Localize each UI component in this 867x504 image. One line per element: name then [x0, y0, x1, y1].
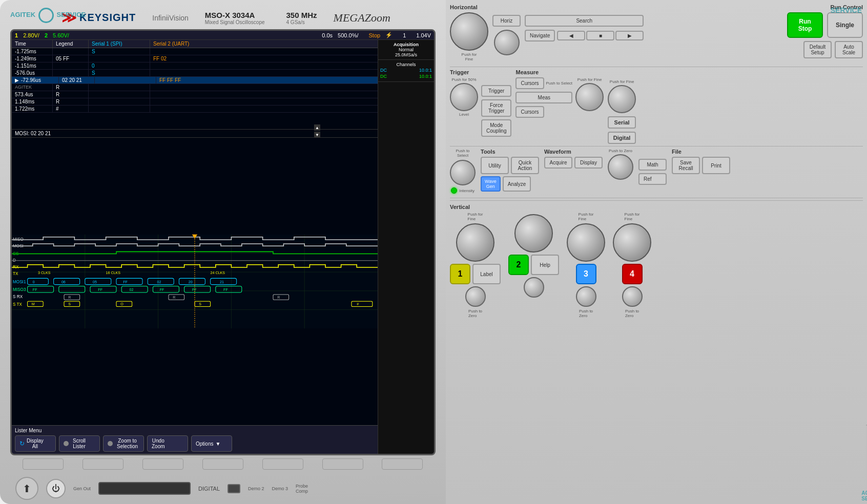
softkey-3[interactable] — [142, 458, 183, 470]
label-button[interactable]: Label — [472, 264, 501, 284]
svg-text:#: # — [357, 302, 359, 306]
trigger-level-knob[interactable] — [450, 83, 478, 111]
ref-button[interactable]: Ref — [638, 173, 667, 185]
stop-btn[interactable]: ■ — [586, 31, 614, 40]
horizontal-scale-knob[interactable] — [494, 30, 520, 55]
display-button[interactable]: Display — [574, 157, 603, 169]
softkey-6[interactable] — [322, 458, 363, 470]
zoom-to-selection-btn[interactable]: Zoom to Selection — [103, 435, 144, 452]
push-50-label: Push for 50% — [451, 77, 476, 82]
ch4-position-knob[interactable] — [622, 286, 643, 307]
time-ref: 0.0s — [322, 32, 333, 38]
lister-row[interactable]: -1.725ms S — [12, 48, 378, 55]
serial-knob[interactable] — [608, 85, 636, 113]
lister-row-selected[interactable]: ▶ -72.96us 02 20 21 FF FF FF — [12, 77, 378, 84]
softkey-2[interactable] — [82, 458, 123, 470]
default-setup-button[interactable]: Default Setup — [803, 41, 832, 58]
help-button[interactable]: Help — [531, 255, 559, 275]
power-button[interactable]: ⏻ — [46, 479, 66, 498]
ch-right-label: 1 — [403, 32, 406, 38]
serial-button[interactable]: Serial — [608, 116, 636, 129]
softkey-5[interactable] — [262, 458, 303, 470]
time-div: 500.0%/ — [338, 32, 358, 38]
ch1-ratio: 10.0:1 — [419, 68, 432, 73]
svg-text:R: R — [68, 296, 71, 300]
trigger-button[interactable]: Trigger — [481, 85, 511, 97]
cursors-button[interactable]: Cursors — [515, 77, 544, 89]
horiz-button[interactable]: Horiz — [492, 15, 521, 27]
ch2-position-knob[interactable] — [524, 277, 544, 298]
single-button[interactable]: Single — [827, 12, 863, 38]
math-button[interactable]: Math — [638, 159, 667, 171]
push-zero-1-label: Push toZero — [468, 309, 482, 318]
softkey-7[interactable] — [382, 458, 423, 470]
ch3-scale-knob[interactable] — [567, 223, 605, 262]
lister-row[interactable]: 573.4us R — [12, 91, 378, 98]
digital-button[interactable]: Digital — [608, 132, 636, 144]
cursors2-button[interactable]: Cursors — [515, 106, 544, 118]
vertical-section: Vertical Push forFine 1 Label Push toZer… — [450, 200, 863, 318]
ch1-button[interactable]: 1 — [450, 264, 470, 284]
meas-button[interactable]: Meas — [515, 92, 572, 103]
acquisition-title: Acquisition — [380, 42, 432, 47]
digital-label: DIGITAL — [198, 486, 220, 492]
trigger-status: Stop — [368, 32, 380, 38]
lister-area: Time Legend Serial 1 (SPI) Serial 2 (UAR… — [12, 40, 378, 130]
acquire-button[interactable]: Acquire — [544, 157, 572, 169]
lister-row[interactable]: -1.151ms 0 — [12, 62, 378, 70]
intensity-knob[interactable] — [450, 160, 476, 185]
softkey-4[interactable] — [202, 458, 243, 470]
lister-row[interactable]: -1.249ms 05 FF FF 02 — [12, 55, 378, 62]
ch1-coupling: DC — [380, 68, 387, 73]
search-button[interactable]: Search — [525, 15, 644, 27]
push-fine-s-label: Push for Fine — [610, 79, 634, 84]
analyze-button[interactable]: Analyze — [503, 176, 531, 192]
utility-button[interactable]: Utility — [481, 157, 509, 174]
lister-row[interactable]: 1.722ms # — [12, 106, 378, 113]
lister-scroll[interactable]: ▲ ▼ — [314, 124, 320, 138]
quick-action-button[interactable]: Quick Action — [511, 157, 539, 174]
prev-btn[interactable]: ◀ — [557, 31, 585, 40]
run-stop-button[interactable]: Run Stop — [787, 12, 823, 38]
auto-scale-button[interactable]: Auto Scale — [835, 41, 863, 58]
display-all-btn[interactable]: ↻ Display All — [15, 435, 56, 452]
ch2-button[interactable]: 2 — [508, 255, 529, 275]
options-btn[interactable]: Options ▼ — [191, 435, 232, 452]
divider-1 — [450, 67, 863, 67]
ch4-button[interactable]: 4 — [622, 264, 643, 284]
svg-text:O: O — [120, 302, 123, 306]
force-trigger-button[interactable]: Force Trigger — [481, 99, 511, 117]
softkey-1[interactable] — [23, 458, 64, 470]
divider-3 — [450, 198, 863, 198]
mode-coupling-button[interactable]: Mode Coupling — [481, 119, 511, 137]
back-button[interactable]: ⬆ — [15, 477, 38, 500]
ch2-scale-knob[interactable] — [514, 214, 553, 253]
scroll-lister-btn[interactable]: Scroll Lister — [59, 435, 100, 452]
print-button[interactable]: Print — [702, 157, 730, 174]
service-watermark: SERVICE — [831, 6, 862, 14]
ch4-scale-knob[interactable] — [613, 223, 651, 262]
horizontal-position-knob[interactable] — [450, 12, 488, 51]
lister-row[interactable]: AGITEK R — [12, 84, 378, 91]
navigate-button[interactable]: Navigate — [525, 30, 555, 41]
lister-row[interactable]: 1.148ms R — [12, 98, 378, 106]
play-btn[interactable]: ▶ — [615, 31, 644, 40]
svg-text:TX: TX — [13, 271, 18, 276]
ch1-scale-knob[interactable] — [456, 223, 494, 262]
softkeys-row — [5, 455, 441, 473]
save-recall-button[interactable]: Save Recall — [672, 157, 700, 174]
cursors-knob[interactable] — [575, 83, 604, 111]
waveform-knob[interactable] — [608, 154, 633, 180]
scroll-up-btn[interactable]: ▲ — [314, 124, 320, 131]
acquisition-mode: Normal — [380, 47, 432, 52]
digital-connector — [98, 482, 191, 495]
ch1-position-knob[interactable] — [465, 286, 486, 307]
wave-gen-button[interactable]: Wave Gen — [481, 176, 501, 192]
lister-row[interactable]: -576.0us S — [12, 70, 378, 77]
scroll-down-btn[interactable]: ▼ — [314, 132, 320, 138]
agitek-bnc-watermark: AGITEK SERVICE — [861, 490, 867, 501]
circle-icon — [64, 441, 69, 446]
ch3-position-knob[interactable] — [576, 286, 596, 307]
undo-zoom-btn[interactable]: Undo Zoom — [147, 435, 188, 452]
ch3-button[interactable]: 3 — [576, 264, 596, 284]
